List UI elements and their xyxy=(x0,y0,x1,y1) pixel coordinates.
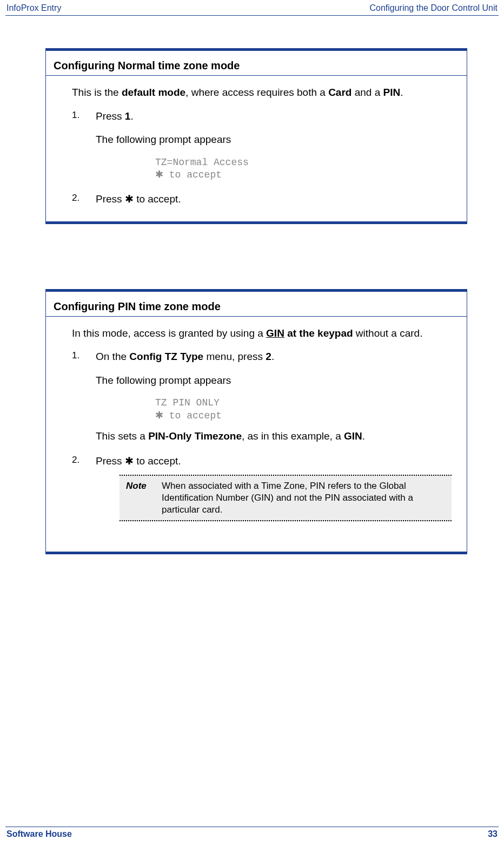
step-number: 1. xyxy=(72,350,79,362)
section-title: Configuring PIN time zone mode xyxy=(46,292,467,317)
section-pin-timezone: Configuring PIN time zone mode In this m… xyxy=(45,289,467,554)
footer-left: Software House xyxy=(6,829,72,839)
text-bold: at the keypad xyxy=(284,327,353,339)
text: . xyxy=(271,351,274,362)
text-bold: Config TZ Type xyxy=(129,351,203,362)
text: and a xyxy=(352,87,383,98)
intro-paragraph: In this mode, access is granted by using… xyxy=(72,326,452,340)
box-bottom-accent xyxy=(46,221,467,224)
text-bold: PIN xyxy=(383,87,401,98)
prompt-display: TZ=Normal Access ✱ to accept xyxy=(155,156,452,181)
prompt-line: ✱ to accept xyxy=(155,409,452,422)
text: to accept xyxy=(163,410,222,421)
text: . xyxy=(130,110,133,122)
text-bold: Card xyxy=(328,87,352,98)
prompt-line: TZ=Normal Access xyxy=(155,156,452,169)
prompt-intro: The following prompt appears xyxy=(96,373,452,388)
text: On the xyxy=(96,351,129,362)
text-underline-bold: GIN xyxy=(266,327,284,339)
header-right: Configuring the Door Control Unit xyxy=(369,3,498,13)
text: This sets a xyxy=(96,430,148,442)
box-bottom-accent xyxy=(46,552,467,554)
text: to accept. xyxy=(134,193,181,205)
section-title: Configuring Normal time zone mode xyxy=(46,51,467,76)
prompt-line: TZ PIN ONLY xyxy=(155,397,452,409)
text: In this mode, access is granted by using… xyxy=(72,327,266,339)
prompt-display: TZ PIN ONLY ✱ to accept xyxy=(155,397,452,422)
header-left: InfoProx Entry xyxy=(6,3,61,13)
step-number: 2. xyxy=(72,192,79,205)
intro-paragraph: This is the default mode, where access r… xyxy=(72,86,452,100)
text: . xyxy=(400,87,403,98)
section-normal-timezone: Configuring Normal time zone mode This i… xyxy=(45,48,467,224)
text-bold: GIN xyxy=(344,430,362,442)
text-bold: 1 xyxy=(125,110,131,122)
page-footer: Software House 33 xyxy=(5,827,499,839)
text: , as in this example, a xyxy=(242,430,344,442)
text: Press xyxy=(96,193,125,205)
text-bold: 2 xyxy=(266,351,271,362)
step-2: 2. Press ✱ to accept. Note When associat… xyxy=(72,454,452,521)
step-1: 1. Press 1. The following prompt appears… xyxy=(72,109,452,181)
text: , where access requires both a xyxy=(185,87,328,98)
step-number: 2. xyxy=(72,454,79,467)
star-icon: ✱ xyxy=(155,169,163,180)
note-text: When associated with a Time Zone, PIN re… xyxy=(161,476,452,520)
text-bold: PIN-Only Timezone xyxy=(148,430,242,442)
page-header: InfoProx Entry Configuring the Door Cont… xyxy=(5,3,499,14)
text-bold: default mode xyxy=(122,87,185,98)
text: to accept. xyxy=(134,455,181,467)
text: This is the xyxy=(72,87,122,98)
star-icon: ✱ xyxy=(125,455,134,467)
prompt-line: ✱ to accept xyxy=(155,168,452,181)
text: menu, press xyxy=(203,351,266,362)
sets-paragraph: This sets a PIN-Only Timezone, as in thi… xyxy=(96,429,452,443)
text: . xyxy=(362,430,365,442)
step-number: 1. xyxy=(72,109,79,122)
text: without a card. xyxy=(353,327,423,339)
footer-page-number: 33 xyxy=(488,829,498,839)
step-1: 1. On the Config TZ Type menu, press 2. … xyxy=(72,350,452,443)
note-label: Note xyxy=(120,476,161,520)
note-box: Note When associated with a Time Zone, P… xyxy=(120,475,452,521)
footer-divider xyxy=(5,827,499,827)
text: Press xyxy=(96,110,125,122)
star-icon: ✱ xyxy=(155,410,163,421)
star-icon: ✱ xyxy=(125,193,134,205)
text: to accept xyxy=(163,169,222,180)
text: Press xyxy=(96,455,125,467)
step-2: 2. Press ✱ to accept. xyxy=(72,192,452,206)
prompt-intro: The following prompt appears xyxy=(96,133,452,147)
